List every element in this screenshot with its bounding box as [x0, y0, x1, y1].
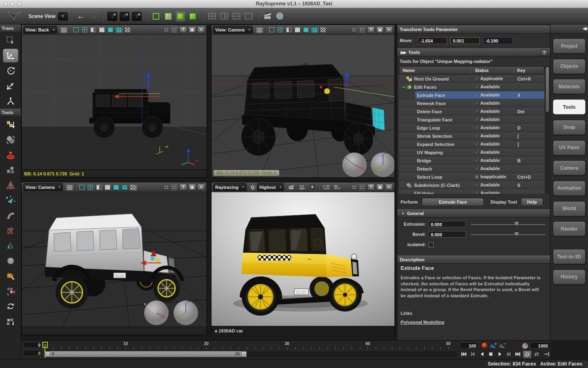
collapse-panel-icon[interactable]: ◀◀: [583, 26, 586, 31]
panel-button-snap[interactable]: Snap: [553, 120, 586, 135]
back-button[interactable]: ←: [76, 11, 86, 22]
expand-selection-tool-button[interactable]: [3, 193, 18, 207]
add-keyframe-button[interactable]: [490, 343, 497, 350]
viewport-help-button[interactable]: ?: [367, 26, 375, 33]
scene-view-selector[interactable]: Scene View: [29, 13, 56, 19]
panel-button-uv-paint[interactable]: UV Paint: [553, 140, 586, 155]
clapperboard-button[interactable]: [287, 184, 296, 191]
panel-button-world[interactable]: World: [553, 201, 586, 216]
shading-flat-button[interactable]: [104, 184, 111, 191]
film-camera-button[interactable]: [297, 184, 307, 191]
panel-button-text-to-3d[interactable]: Text-to-3D: [553, 249, 586, 264]
forward-button[interactable]: →: [88, 11, 98, 22]
shading-half-button[interactable]: [285, 27, 293, 33]
maximize-dots-icon[interactable]: [164, 27, 169, 32]
remesh-tool-button[interactable]: [3, 163, 18, 177]
shading-wireframe-button[interactable]: [72, 27, 80, 33]
render-list-button[interactable]: [321, 184, 331, 191]
tool-row[interactable]: Expand Selection✓Available]: [399, 140, 544, 148]
panel-button-objects[interactable]: Objects: [553, 59, 586, 74]
viewport-close-button[interactable]: ×: [197, 26, 205, 33]
axis-tool-button[interactable]: [3, 94, 18, 108]
extrusion-slider[interactable]: [471, 221, 545, 227]
tool-row[interactable]: −Edit Faces✓Available: [399, 83, 544, 91]
move-x-field[interactable]: -1.654: [418, 37, 447, 44]
rest-on-ground-tool-button[interactable]: [3, 118, 18, 132]
total-frames-field[interactable]: 1000: [530, 342, 550, 349]
maximize-dots-icon[interactable]: [164, 185, 169, 190]
maximize-frame-icon[interactable]: [359, 27, 365, 32]
save-render-button[interactable]: [308, 183, 317, 191]
shading-dense-wireframe-button[interactable]: [81, 27, 89, 33]
play-once-button[interactable]: [542, 350, 550, 358]
tool-row[interactable]: Bridge✓AvailableB: [399, 157, 544, 164]
record-button[interactable]: [482, 343, 487, 348]
help-button[interactable]: Help: [521, 198, 543, 206]
scene-camera-shaded[interactable]: s z y BB: 0.14 0.671 0.726 Grid: 1: [22, 192, 207, 327]
viewport-help-button[interactable]: ?: [179, 26, 187, 33]
play-button[interactable]: [496, 350, 504, 358]
render-settings-button[interactable]: [332, 184, 342, 191]
viewport-help-button[interactable]: ?: [179, 184, 187, 191]
resize-grip[interactable]: [581, 361, 588, 368]
range-end-handle[interactable]: [241, 351, 247, 357]
panel-button-render[interactable]: Render: [553, 221, 586, 236]
shading-wireframe-button[interactable]: [78, 184, 86, 191]
panel-button-animation[interactable]: Animation: [553, 181, 586, 196]
shading-dense-wireframe-button[interactable]: [276, 27, 284, 33]
add-cube-wire-button[interactable]: [151, 11, 161, 22]
shading-checker-button[interactable]: [124, 27, 131, 33]
add-cube-solid-button[interactable]: [188, 11, 198, 22]
render-mode-select[interactable]: Raytracing ▼: [213, 183, 247, 191]
scrollbar-thumb[interactable]: [546, 67, 549, 112]
panel-button-project[interactable]: Project: [553, 38, 586, 54]
mirror-tool-button[interactable]: [3, 239, 18, 253]
swap-tool-button[interactable]: [3, 299, 18, 313]
panel-button-materials[interactable]: Materials: [553, 79, 586, 94]
viewport-close-button[interactable]: ×: [385, 184, 393, 191]
quality-select[interactable]: Highest ▼: [257, 183, 284, 191]
range-start-handle[interactable]: [45, 351, 50, 357]
tool-row[interactable]: UV Mapping✓Available: [399, 148, 544, 156]
layout-rows-button[interactable]: [232, 11, 241, 22]
tools-table-scrollbar[interactable]: [546, 66, 549, 194]
export-object-button[interactable]: ↑: [120, 11, 129, 22]
isolated-checkbox[interactable]: [428, 242, 434, 247]
shading-solid-wireframe-button[interactable]: [115, 27, 123, 33]
move-z-field[interactable]: -0.190: [483, 37, 512, 44]
viewport-float-button[interactable]: ▣: [376, 184, 384, 191]
shading-flat-button[interactable]: [294, 27, 301, 33]
layout-main-left-button[interactable]: [219, 11, 229, 22]
tool-row[interactable]: Remesh Face✓Available: [399, 99, 544, 107]
next-frame-button[interactable]: [505, 350, 513, 358]
current-frame-field[interactable]: 0: [23, 342, 42, 348]
view-select[interactable]: View: Camera ▼: [213, 26, 253, 34]
tool-row[interactable]: Shrink Selection✓Available[: [399, 132, 544, 140]
remove-keyframe-button[interactable]: [499, 343, 506, 350]
bevel-slider[interactable]: [471, 231, 545, 237]
bevel-field[interactable]: 0.000: [428, 231, 466, 238]
viewport-help-button[interactable]: ?: [367, 184, 375, 191]
web-publish-button[interactable]: [275, 11, 285, 22]
delete-face-tool-button[interactable]: [3, 224, 18, 238]
display-grid-button[interactable]: [60, 27, 68, 33]
stop-button[interactable]: [487, 350, 495, 358]
viewport-close-button[interactable]: ×: [385, 26, 393, 33]
polygonal-modelling-link[interactable]: Polygonal Modelling: [401, 320, 444, 325]
subdivision-tool-button[interactable]: [3, 133, 18, 147]
tool-row[interactable]: Subdivision (C-Clark)✓AvailableS: [399, 181, 544, 189]
tree-collapse-icon[interactable]: −: [401, 85, 406, 90]
delete-keys-tool-button[interactable]: [3, 314, 18, 328]
display-grid-button[interactable]: [256, 27, 263, 33]
maximize-dots-icon[interactable]: [352, 185, 357, 190]
tool-row[interactable]: Rest On Ground✓ApplicableCtrl+R: [399, 75, 544, 83]
shading-dense-wireframe-button[interactable]: [87, 184, 94, 191]
scale-tool-button[interactable]: [3, 79, 18, 93]
view-select[interactable]: View: Back ▼: [23, 26, 57, 34]
play-backward-button[interactable]: [478, 350, 486, 358]
timeline-ruler[interactable]: 01020304050: [45, 341, 457, 350]
scene-back-view[interactable]: m x: [22, 35, 207, 169]
pingpong-playback-button[interactable]: [532, 350, 541, 358]
perform-extrude-face-button[interactable]: Extrude Face: [422, 198, 484, 206]
scene-view-dropdown-icon[interactable]: ▼: [58, 12, 68, 20]
